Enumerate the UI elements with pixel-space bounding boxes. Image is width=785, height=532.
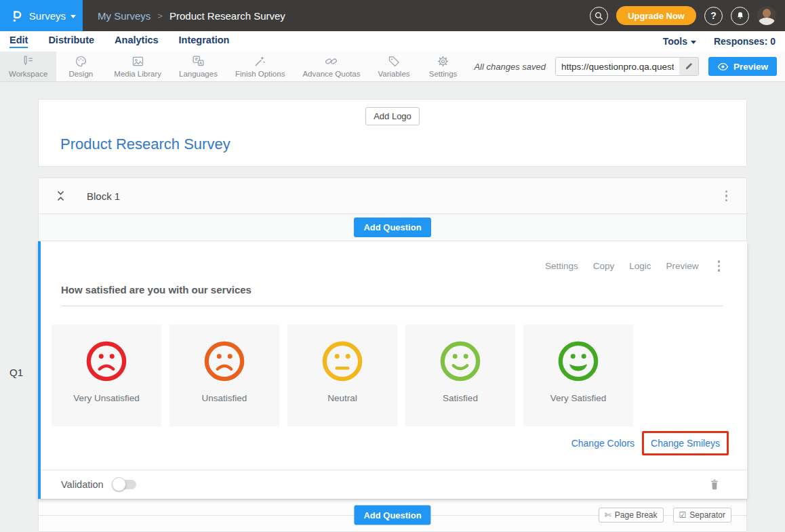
smiley-option-unsatisfied[interactable]: Unsatisfied: [169, 325, 279, 426]
smiley-icon: [203, 340, 245, 382]
questionpro-logo: [9, 8, 24, 23]
collapse-block-button[interactable]: [56, 190, 65, 201]
question-title[interactable]: How satisfied are you with our services: [61, 284, 723, 306]
separator-button[interactable]: ☑ Separator: [673, 508, 731, 523]
smiley-icon: [85, 340, 127, 382]
preview-button[interactable]: Preview: [708, 57, 777, 76]
toolbar-item-finish-options[interactable]: Finish Options: [226, 52, 294, 81]
settings-icon: [436, 54, 450, 68]
toolbar-item-design[interactable]: Design: [56, 52, 105, 81]
help-button[interactable]: ?: [704, 7, 723, 25]
block-menu-button[interactable]: [721, 188, 732, 205]
editor-toolbar: WorkspaceDesignMedia LibraryLanguagesFin…: [0, 52, 785, 82]
toolbar-item-advance-quotas[interactable]: Advance Quotas: [294, 52, 369, 81]
change-smileys-link[interactable]: Change Smileys: [651, 438, 720, 449]
save-status: All changes saved: [474, 62, 546, 72]
collapse-icon: [56, 190, 65, 201]
toolbar-item-settings[interactable]: Settings: [419, 52, 468, 81]
smiley-icon: [439, 340, 481, 382]
upgrade-now-button[interactable]: Upgrade Now: [616, 6, 696, 25]
add-question-button-top[interactable]: Add Question: [354, 218, 430, 237]
toolbar-item-variables[interactable]: Variables: [369, 52, 418, 81]
tools-menu[interactable]: Tools: [663, 36, 696, 47]
delete-question-button[interactable]: [709, 478, 720, 491]
question-links: Change Colors Change Smileys: [41, 431, 729, 455]
breadcrumb-separator: >: [157, 11, 163, 21]
tab-edit[interactable]: Edit: [9, 35, 28, 48]
topbar-actions: Upgrade Now ?: [590, 6, 785, 25]
smiley-icon: [321, 340, 363, 382]
breadcrumb: My Surveys > Product Research Survey: [98, 10, 285, 22]
bell-icon: [736, 11, 745, 20]
question-action-copy[interactable]: Copy: [593, 261, 615, 271]
survey-url-box: [555, 57, 699, 76]
finish-options-icon: [253, 54, 267, 68]
change-colors-link[interactable]: Change Colors: [571, 438, 635, 449]
questionpro-app: Surveys My Surveys > Product Research Su…: [0, 0, 785, 532]
question-action-logic[interactable]: Logic: [629, 261, 651, 271]
scissors-icon: ✄: [605, 510, 611, 520]
product-label: Surveys: [29, 10, 66, 22]
tab-distribute[interactable]: Distribute: [48, 35, 94, 48]
toolbar-right: All changes saved Preview: [474, 52, 785, 81]
question-card: SettingsCopyLogicPreview How satisfied a…: [38, 241, 747, 499]
toolbar-item-languages[interactable]: Languages: [170, 52, 226, 81]
toolbar-item-workspace[interactable]: Workspace: [0, 52, 56, 81]
tab-analytics[interactable]: Analytics: [115, 35, 158, 48]
design-icon: [74, 54, 88, 68]
question-action-settings[interactable]: Settings: [545, 261, 578, 271]
smiley-options: Very UnsatisfiedUnsatisfiedNeutralSatisf…: [52, 325, 747, 426]
question-number: Q1: [9, 367, 23, 378]
add-question-button-bottom[interactable]: Add Question: [354, 506, 430, 525]
survey-url-input[interactable]: [556, 58, 679, 75]
smiley-option-satisfied[interactable]: Satisfied: [405, 325, 515, 426]
validation-label: Validation: [61, 479, 104, 490]
question-menu-button[interactable]: [714, 258, 725, 274]
survey-subnav: EditDistributeAnalyticsIntegration Tools…: [0, 31, 785, 52]
smiley-option-very-unsatisfied[interactable]: Very Unsatisfied: [52, 325, 161, 426]
subnav-right: Tools Responses: 0: [663, 36, 776, 47]
trash-icon: [709, 478, 720, 491]
chevron-down-icon: [71, 15, 76, 18]
pencil-icon: [684, 62, 693, 71]
checkbox-checked-icon: ☑: [679, 510, 687, 520]
tab-integration[interactable]: Integration: [179, 35, 230, 48]
annotation-highlight-box: Change Smileys: [642, 431, 729, 455]
survey-title[interactable]: Product Research Survey: [60, 136, 746, 153]
validation-toggle[interactable]: [113, 480, 136, 489]
user-avatar[interactable]: [757, 6, 776, 25]
smiley-option-neutral[interactable]: Neutral: [287, 325, 397, 426]
kebab-icon: [718, 260, 721, 263]
validation-row: Validation: [41, 470, 747, 499]
add-logo-button[interactable]: Add Logo: [365, 107, 420, 125]
search-icon: [594, 11, 604, 21]
languages-icon: [191, 54, 205, 68]
question-actions: SettingsCopyLogicPreview: [41, 241, 747, 274]
page-break-button[interactable]: ✄ Page Break: [599, 508, 664, 523]
media-library-icon: [131, 54, 145, 68]
kebab-icon: [725, 190, 728, 193]
block-card: Block 1 Add Question SettingsCopyLogicPr…: [38, 178, 747, 532]
notifications-button[interactable]: [731, 7, 749, 25]
question-action-preview[interactable]: Preview: [666, 261, 698, 271]
question-mark-icon: ?: [710, 10, 717, 21]
variables-icon: [387, 54, 401, 68]
edit-url-button[interactable]: [679, 58, 698, 75]
block-title[interactable]: Block 1: [87, 190, 120, 202]
breadcrumb-current: Product Research Survey: [169, 10, 285, 22]
advance-quotas-icon: [324, 54, 338, 68]
breadcrumb-my-surveys[interactable]: My Surveys: [98, 10, 150, 22]
survey-header-card: Add Logo Product Research Survey: [38, 99, 747, 167]
surveys-product-menu[interactable]: Surveys: [0, 0, 83, 31]
toolbar-items: WorkspaceDesignMedia LibraryLanguagesFin…: [0, 52, 468, 81]
responses-count: Responses: 0: [714, 36, 776, 47]
survey-canvas: Q1 Add Logo Product Research Survey Bloc…: [0, 82, 785, 532]
search-button[interactable]: [590, 7, 608, 25]
add-question-strip-bottom: Add Question ✄ Page Break ☑ Separator: [39, 499, 746, 531]
toolbar-item-media-library[interactable]: Media Library: [105, 52, 170, 81]
eye-icon: [717, 62, 729, 71]
smiley-option-very-satisfied[interactable]: Very Satisfied: [523, 325, 633, 426]
chevron-down-icon: [691, 41, 696, 44]
subnav-tabs: EditDistributeAnalyticsIntegration: [9, 35, 229, 48]
workspace-icon: [21, 54, 35, 68]
